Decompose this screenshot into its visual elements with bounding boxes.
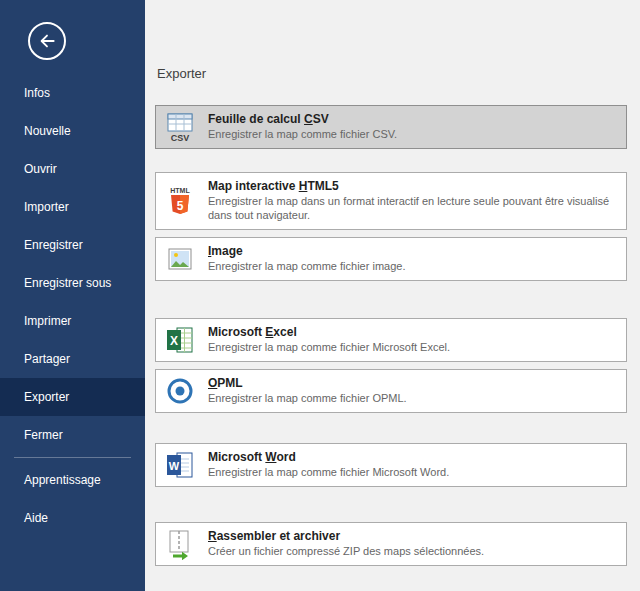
card-title-post: TML5 [307, 179, 338, 193]
sidebar-item-imprimer[interactable]: Imprimer [0, 302, 145, 340]
card-text: Map interactive HTML5 Enregistrer la map… [208, 179, 626, 223]
opml-icon [164, 375, 196, 407]
card-title-accel: R [208, 529, 217, 543]
archive-icon [164, 528, 196, 560]
svg-text:5: 5 [177, 199, 184, 213]
export-option-archive[interactable]: Rassembler et archiver Créer un fichier … [155, 522, 627, 566]
card-desc: Enregistrer la map comme fichier Microso… [208, 341, 616, 355]
svg-text:W: W [169, 460, 180, 472]
card-title: OPML [208, 376, 616, 390]
card-desc: Enregistrer la map comme fichier Microso… [208, 466, 616, 480]
sidebar: Infos Nouvelle Ouvrir Importer Enregistr… [0, 0, 145, 591]
card-desc: Enregistrer la map dans un format intera… [208, 195, 616, 223]
html5-icon: HTML 5 [164, 185, 196, 217]
card-title: Rassembler et archiver [208, 529, 616, 543]
csv-spreadsheet-icon: CSV [164, 111, 196, 143]
card-text: Microsoft Excel Enregistrer la map comme… [208, 325, 626, 355]
card-title: Microsoft Excel [208, 325, 616, 339]
excel-icon: X [164, 324, 196, 356]
card-desc: Créer un fichier compressé ZIP des maps … [208, 545, 616, 559]
card-title: Image [208, 244, 616, 258]
card-title-accel: W [265, 450, 276, 464]
card-title-post: ord [276, 450, 295, 464]
export-option-word[interactable]: W Microsoft Word Enregistrer la map comm… [155, 443, 627, 487]
page-title: Exporter [157, 66, 627, 81]
svg-text:X: X [170, 334, 178, 348]
sidebar-item-apprentissage[interactable]: Apprentissage [0, 461, 145, 499]
sidebar-item-exporter[interactable]: Exporter [0, 378, 145, 416]
card-title-pre: Microsoft [208, 325, 265, 339]
sidebar-item-importer[interactable]: Importer [0, 188, 145, 226]
export-option-excel[interactable]: X Microsoft Excel Enregistrer la map com… [155, 318, 627, 362]
back-arrow-icon [28, 22, 66, 60]
export-pane: Exporter CSV Feuille de calcul CSV Enreg… [145, 0, 640, 591]
sidebar-item-infos[interactable]: Infos [0, 74, 145, 112]
card-text: Rassembler et archiver Créer un fichier … [208, 529, 626, 559]
sidebar-item-nouvelle[interactable]: Nouvelle [0, 112, 145, 150]
sidebar-item-ouvrir[interactable]: Ouvrir [0, 150, 145, 188]
card-title-pre: Map interactive [208, 179, 299, 193]
card-title: Microsoft Word [208, 450, 616, 464]
card-title-post: PML [217, 376, 242, 390]
sidebar-item-aide[interactable]: Aide [0, 499, 145, 537]
card-text: OPML Enregistrer la map comme fichier OP… [208, 376, 626, 406]
card-text: Image Enregistrer la map comme fichier i… [208, 244, 626, 274]
card-desc: Enregistrer la map comme fichier OPML. [208, 392, 616, 406]
sidebar-item-partager[interactable]: Partager [0, 340, 145, 378]
card-text: Microsoft Word Enregistrer la map comme … [208, 450, 626, 480]
sidebar-separator [14, 457, 131, 458]
card-desc: Enregistrer la map comme fichier CSV. [208, 128, 616, 142]
sidebar-item-enregistrer-sous[interactable]: Enregistrer sous [0, 264, 145, 302]
card-text: Feuille de calcul CSV Enregistrer la map… [208, 112, 626, 142]
back-button[interactable] [28, 22, 68, 62]
export-option-csv[interactable]: CSV Feuille de calcul CSV Enregistrer la… [155, 105, 627, 149]
backstage-view: Infos Nouvelle Ouvrir Importer Enregistr… [0, 0, 640, 591]
word-icon: W [164, 449, 196, 481]
sidebar-item-enregistrer[interactable]: Enregistrer [0, 226, 145, 264]
svg-text:CSV: CSV [171, 133, 190, 143]
sidebar-item-fermer[interactable]: Fermer [0, 416, 145, 454]
image-icon [164, 243, 196, 275]
export-option-image[interactable]: Image Enregistrer la map comme fichier i… [155, 237, 627, 281]
card-title-accel: O [208, 376, 217, 390]
card-title-pre: Microsoft [208, 450, 265, 464]
card-title-post: xcel [273, 325, 296, 339]
card-title-pre: Feuille de calcul [208, 112, 304, 126]
export-option-opml[interactable]: OPML Enregistrer la map comme fichier OP… [155, 369, 627, 413]
card-title-accel: C [304, 112, 313, 126]
card-title-post: mage [211, 244, 242, 258]
sidebar-menu: Infos Nouvelle Ouvrir Importer Enregistr… [0, 74, 145, 537]
card-title: Feuille de calcul CSV [208, 112, 616, 126]
card-title: Map interactive HTML5 [208, 179, 616, 193]
card-title-post: assembler et archiver [217, 529, 340, 543]
svg-text:HTML: HTML [170, 187, 190, 194]
export-option-html5[interactable]: HTML 5 Map interactive HTML5 Enregistrer… [155, 172, 627, 230]
card-title-post: SV [313, 112, 329, 126]
card-desc: Enregistrer la map comme fichier image. [208, 260, 616, 274]
